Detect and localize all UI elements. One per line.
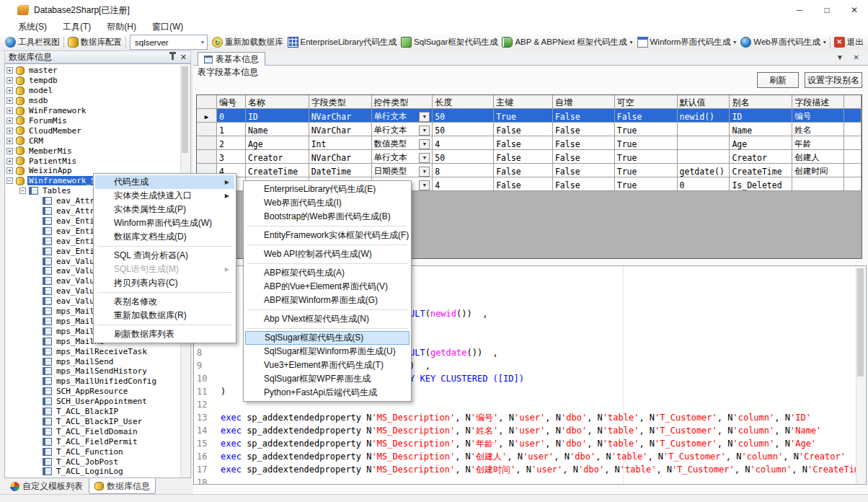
tree-item-database[interactable]: +CRM [6,136,45,146]
grid-cell[interactable]: 50 [433,109,494,123]
dock-close-icon[interactable]: ✕ [180,53,187,61]
expand-icon[interactable]: + [6,77,13,84]
tab-table-basic-info[interactable]: 表基本信息 [198,52,265,66]
grid-cell[interactable] [678,150,730,164]
tabstrip-close-icon[interactable]: ✕ [854,53,859,61]
table-row[interactable]: ▶0IDNVarChar单行文本▼50TrueFalseFalsenewid()… [197,109,862,123]
tree-item-table[interactable]: mps_MailReceiveTask [43,346,149,356]
grid-cell[interactable]: False [494,136,553,150]
grid-cell[interactable]: Age [246,136,309,150]
grid-column-header[interactable]: 名称 [246,95,309,109]
expand-icon[interactable]: + [6,167,13,174]
grid-cell[interactable]: 2 [217,136,246,150]
toolbar-button-10[interactable]: Web界面代码生成▾ [738,35,828,50]
row-selector-cell[interactable] [197,150,217,164]
menu-item-3[interactable]: 窗口(W) [144,21,191,33]
toolbar-button-6[interactable]: EnterpriseLibrary代码生成 [285,35,399,50]
grid-cell[interactable]: False [553,150,615,164]
context-menu-item-4[interactable]: 数据库文档生成(D) [95,230,234,244]
grid-cell[interactable]: Name [246,123,309,136]
grid-cell[interactable]: CreateTime [246,164,309,177]
grid-cell[interactable]: 单行文本▼ [372,123,433,136]
grid-column-header[interactable]: 字段描述 [792,95,844,109]
row-selector-cell[interactable] [197,136,217,150]
grid-cell[interactable]: 8 [433,164,494,177]
minimize-button[interactable]: ─ [786,0,813,20]
grid-cell[interactable]: Is_Deleted [730,177,792,191]
submenu-menu-item-18[interactable]: Python+FastApi后端代码生成 [245,386,409,400]
grid-column-header[interactable]: 字段类型 [309,95,372,109]
editor-scrollbar-thumb[interactable] [857,268,864,376]
set-field-alias-button[interactable]: 设置字段别名 [805,72,862,88]
grid-cell[interactable]: True [615,123,678,136]
submenu-menu-item-0[interactable]: EnterpriseLibrary代码生成(E) [245,182,409,196]
tree-item-database[interactable]: +WinFramework [6,106,87,116]
toolbar-button-5[interactable]: 重新加载数据库 [210,35,285,50]
collapse-icon[interactable]: − [6,177,13,184]
toolbar-button-12[interactable]: 退出 [832,35,866,50]
grid-cell[interactable]: 4 [433,136,494,150]
grid-cell[interactable]: 1 [217,123,246,136]
menu-item-0[interactable]: 系统(S) [10,21,55,33]
context-menu-item-10[interactable]: 表别名修改 [95,295,234,309]
grid-cell[interactable]: NVarChar [309,109,372,123]
grid-cell[interactable]: 数值类型▼ [372,136,433,150]
row-selector-cell[interactable] [197,123,217,136]
submenu-menu-item-10[interactable]: ABP框架Winform界面生成(G) [245,294,409,307]
refresh-button[interactable]: 刷新 [757,72,799,88]
context-menu-item-1[interactable]: 实体类生成快速入口▶ [95,189,234,203]
table-row[interactable]: 1NameNVarChar单行文本▼50FalseFalseTrueName姓名 [197,123,862,136]
menu-item-2[interactable]: 帮助(H) [99,21,144,33]
grid-cell[interactable]: False [553,177,615,191]
grid-cell[interactable]: 3 [217,150,246,164]
grid-column-header[interactable]: 可空 [615,95,678,109]
context-menu-item-0[interactable]: 代码生成▶ [95,175,234,189]
expand-icon[interactable]: + [6,158,13,164]
tree-item-database-selected[interactable]: −Winframework_Sug [6,176,107,186]
editor-scrollbar[interactable] [856,267,865,483]
submenu-menu-item-2[interactable]: Bootstrap的Web界面代码生成(B) [245,210,409,224]
tabstrip-dropdown-icon[interactable]: ▼ [836,53,843,61]
grid-cell[interactable]: 创建时间 [792,164,844,177]
tree-item-table[interactable]: mps_MailUnifiedConfig [43,376,158,387]
grid-column-header[interactable]: 别名 [730,95,792,109]
tree-item-database[interactable]: +tempdb [6,76,59,86]
tree-item-table[interactable]: T_ACL_BlackIP [43,407,120,417]
expand-icon[interactable]: + [6,97,13,104]
toolbar-button-0[interactable]: 工具栏视图 [3,35,62,50]
combo-dropdown-icon[interactable]: ▼ [419,112,430,122]
tree-item-database[interactable]: +PatientMis [6,156,78,166]
maximize-button[interactable]: □ [813,0,841,20]
tree-item-database[interactable]: +ForumMis [6,116,68,126]
expand-icon[interactable]: + [6,87,13,94]
table-row[interactable]: 3CreatorNVarChar单行文本▼50FalseFalseTrueCre… [197,150,862,164]
grid-cell[interactable]: False [494,164,553,177]
grid-cell[interactable]: NVarChar [309,150,372,164]
grid-column-header[interactable]: 自增 [553,95,615,109]
grid-cell[interactable]: 年龄 [792,136,844,150]
expand-icon[interactable]: + [6,118,13,124]
submenu-menu-item-9[interactable]: ABP的Vue+Element界面代码(V) [245,280,409,294]
context-menu-item-8[interactable]: 拷贝列表内容(C) [95,276,234,290]
expand-icon[interactable]: + [6,67,13,74]
grid-cell[interactable]: False [494,150,553,164]
grid-cell[interactable]: 编号 [792,109,844,123]
expand-icon[interactable]: + [6,138,13,144]
combo-dropdown-icon[interactable]: ▼ [419,167,430,177]
grid-cell[interactable]: False [553,164,615,177]
context-menu-item-6[interactable]: SQL 查询分析器(A) [95,249,234,263]
submenu-menu-item-6[interactable]: Web API控制器代码生成(W) [245,247,409,261]
table-row[interactable]: 2AgeInt数值类型▼4FalseFalseTrueAge年龄 [197,136,862,150]
grid-cell[interactable]: newid() [678,109,730,123]
tree-item-table[interactable]: T_ACL_FieldDomain [43,426,139,436]
combo-dropdown-icon[interactable]: ▼ [419,139,430,149]
toolbar-button-8[interactable]: ABP & ABPNext 框架代码生成▾ [500,35,634,50]
dock-tab-0[interactable]: 自定义模板列表 [4,478,89,494]
grid-cell[interactable]: True [615,177,678,191]
grid-cell[interactable]: CreateTime [730,164,792,177]
submenu-menu-item-1[interactable]: Web界面代码生成(I) [245,196,409,210]
grid-cell[interactable]: Age [730,136,792,150]
tree-item-table[interactable]: SCH_UserAppointment [43,397,149,407]
table-row[interactable]: 4CreateTimeDateTime日期类型▼8FalseFalseTrueg… [197,164,862,177]
context-menu-item-7[interactable]: SQL语句生成(M)▶ [95,263,234,276]
